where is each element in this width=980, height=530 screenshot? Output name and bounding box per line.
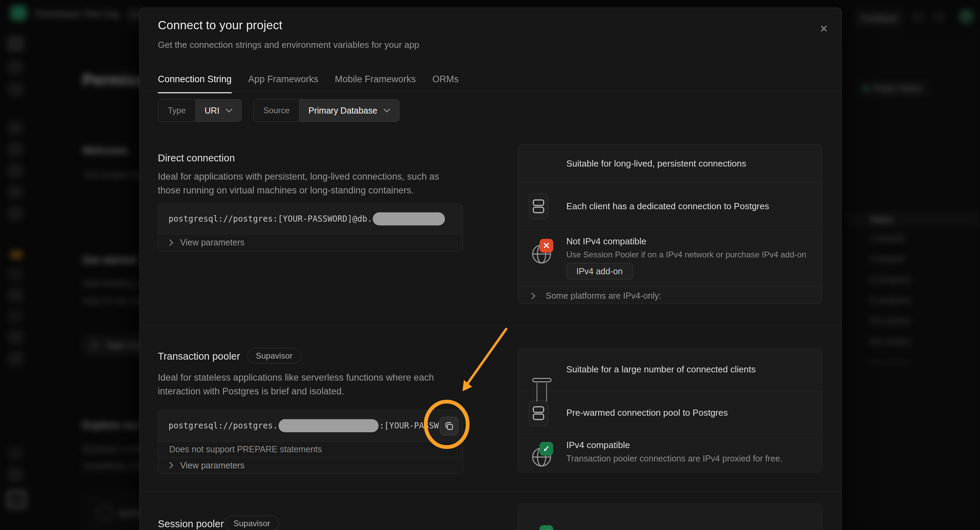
tab-mobile-frameworks[interactable]: Mobile Frameworks bbox=[335, 74, 416, 93]
panel-row: ✓ IPv4 compatible bbox=[518, 504, 822, 530]
copy-button[interactable] bbox=[440, 417, 458, 435]
panel-row-title: IPv4 compatible bbox=[566, 528, 630, 530]
direct-connection-string: postgresql://postgres:[YOUR-PASSWORD]@db… bbox=[158, 204, 463, 251]
check-badge-icon: ✓ bbox=[539, 442, 553, 456]
panel-row: ✕ Not IPv4 compatible Use Session Pooler… bbox=[518, 230, 822, 286]
ipv4-addon-button[interactable]: IPv4 add-on bbox=[566, 263, 633, 279]
supavisor-badge: Supavisor bbox=[225, 516, 279, 530]
direct-connection-description: Ideal for applications with persistent, … bbox=[158, 170, 464, 197]
screen: Permission Test Org Fre Feedback Permiss… bbox=[0, 0, 980, 530]
transaction-pooler-description: Ideal for stateless applications like se… bbox=[158, 370, 467, 398]
modal-title: Connect to your project bbox=[158, 18, 282, 32]
transaction-connection-string: postgresql://postgres. :[YOUR-PASSW @ Do… bbox=[158, 410, 463, 474]
session-info-panel: ✓ IPv4 compatible bbox=[518, 503, 822, 530]
panel-row: Suitable for long-lived, persistent conn… bbox=[518, 145, 822, 182]
direct-connection-heading: Direct connection bbox=[158, 152, 235, 164]
session-pooler-heading: Session pooler bbox=[158, 518, 224, 530]
header-divider bbox=[140, 91, 842, 92]
transaction-pooler-heading: Transaction pooler bbox=[158, 351, 240, 362]
connect-modal: Connect to your project Get the connecti… bbox=[139, 8, 842, 530]
panel-row-subtext: Use Session Pooler if on a IPv4 network … bbox=[566, 250, 807, 260]
tab-connection-string[interactable]: Connection String bbox=[158, 74, 232, 93]
view-parameters-label: View parameters bbox=[180, 460, 245, 471]
database-icon bbox=[529, 400, 548, 426]
direct-info-panel: Suitable for long-lived, persistent conn… bbox=[518, 144, 822, 304]
panel-row-text: Suitable for long-lived, persistent conn… bbox=[566, 158, 746, 169]
panel-row-subtext: Transaction pooler connections are IPv4 … bbox=[566, 453, 783, 464]
view-parameters-label: View parameters bbox=[180, 238, 245, 247]
x-badge-icon: ✕ bbox=[539, 239, 553, 252]
pool-line-icon bbox=[536, 383, 538, 402]
database-icon bbox=[529, 193, 548, 219]
panel-row-text: Each client has a dedicated connection t… bbox=[566, 201, 769, 212]
chevron-right-icon bbox=[531, 292, 535, 299]
chevron-down-icon bbox=[226, 109, 232, 113]
transaction-info-panel: Suitable for a large number of connected… bbox=[518, 349, 822, 473]
type-select-label: Type bbox=[158, 99, 196, 121]
code-prefix: postgresql://postgres:[YOUR-PASSWORD]@db… bbox=[169, 214, 372, 224]
panel-row: Pre-warmed connection pool to Postgres bbox=[518, 392, 822, 434]
panel-row: ✓ IPv4 compatible Transaction pooler con… bbox=[518, 434, 822, 473]
prepare-statements-note: Does not support PREPARE statements bbox=[158, 441, 463, 457]
supavisor-badge: Supavisor bbox=[247, 348, 301, 364]
modal-tabs: Connection String App Frameworks Mobile … bbox=[158, 74, 459, 93]
panel-row: Suitable for a large number of connected… bbox=[518, 349, 822, 392]
tab-orms[interactable]: ORMs bbox=[432, 74, 459, 93]
panel-row-text: Pre-warmed connection pool to Postgres bbox=[566, 407, 728, 418]
pool-line-icon bbox=[546, 383, 547, 402]
source-select-label: Source bbox=[254, 99, 299, 121]
panel-row-title: IPv4 compatible bbox=[566, 440, 630, 450]
connection-string-value: postgresql://postgres. :[YOUR-PASSW @ bbox=[158, 410, 463, 441]
chevron-down-icon bbox=[383, 109, 390, 113]
source-select-value: Primary Database bbox=[309, 105, 377, 116]
copy-icon bbox=[444, 421, 454, 431]
ipv4-only-platforms-toggle[interactable]: Some platforms are IPv4-only: bbox=[518, 286, 822, 305]
close-icon[interactable]: ✕ bbox=[816, 21, 832, 36]
modal-subtitle: Get the connection strings and environme… bbox=[158, 40, 419, 50]
code-prefix: postgresql://postgres. bbox=[169, 421, 278, 431]
panel-row-text: Suitable for a large number of connected… bbox=[566, 364, 756, 375]
panel-row: Each client has a dedicated connection t… bbox=[518, 182, 822, 230]
section-divider bbox=[140, 326, 842, 326]
redacted-host bbox=[373, 212, 445, 225]
connection-string-value: postgresql://postgres:[YOUR-PASSWORD]@db… bbox=[158, 204, 463, 234]
panel-row-text: Some platforms are IPv4-only: bbox=[546, 291, 661, 301]
check-badge-icon: ✓ bbox=[539, 525, 553, 530]
connection-pool-icon bbox=[532, 378, 552, 382]
type-select-value: URI bbox=[205, 105, 220, 116]
redacted-host bbox=[278, 419, 379, 432]
chevron-right-icon bbox=[169, 462, 173, 469]
tab-app-frameworks[interactable]: App Frameworks bbox=[248, 74, 318, 93]
panel-row-title: Not IPv4 compatible bbox=[566, 236, 646, 247]
section-divider bbox=[140, 492, 842, 492]
view-parameters-toggle[interactable]: View parameters bbox=[158, 234, 463, 251]
view-parameters-toggle[interactable]: View parameters bbox=[158, 457, 463, 473]
code-suffix: :[YOUR-PASSW bbox=[379, 421, 439, 431]
chevron-right-icon bbox=[169, 239, 173, 246]
source-select[interactable]: Source Primary Database bbox=[253, 99, 399, 122]
type-select[interactable]: Type URI bbox=[158, 99, 242, 122]
